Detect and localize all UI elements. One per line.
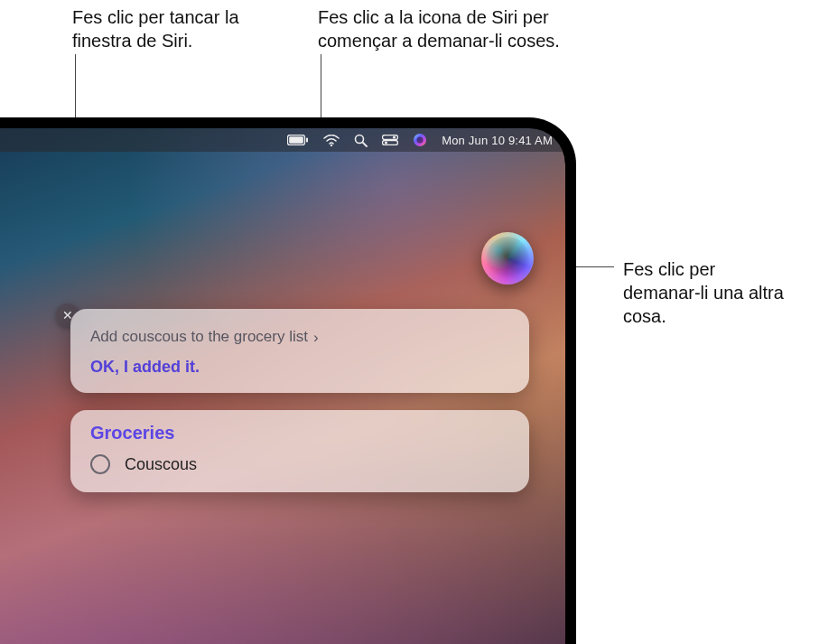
desktop-wallpaper: Mon Jun 10 9:41 AM ✕ Add couscous to the… [0,128,565,644]
control-center-icon[interactable] [382,128,398,152]
chevron-right-icon: › [313,329,319,347]
siri-request-text: Add couscous to the grocery list [90,328,308,346]
siri-request-row[interactable]: Add couscous to the grocery list › [90,327,509,347]
reminder-complete-toggle[interactable] [90,454,110,474]
callout-ask-another: Fes clic per demanar-li una altra cosa. [623,257,795,328]
menubar-datetime[interactable]: Mon Jun 10 9:41 AM [442,128,553,152]
svg-line-5 [363,143,367,146]
siri-response-card: Add couscous to the grocery list › OK, I… [70,309,529,393]
svg-point-7 [393,135,396,138]
svg-rect-2 [306,138,308,143]
reminder-item-text: Couscous [125,455,197,474]
search-icon[interactable] [354,128,368,152]
siri-response-text: OK, I added it. [90,358,509,377]
svg-point-3 [331,144,332,145]
list-item[interactable]: Couscous [90,454,509,474]
svg-point-4 [356,135,364,143]
wifi-icon[interactable] [323,128,340,152]
menubar: Mon Jun 10 9:41 AM [0,128,565,152]
siri-orb-button[interactable] [481,232,534,285]
callout-siri-start: Fes clic a la icona de Siri per començar… [318,5,589,52]
battery-icon[interactable] [287,128,309,152]
siri-icon[interactable] [413,128,427,152]
reminders-list-title: Groceries [90,423,509,443]
device-frame: Mon Jun 10 9:41 AM ✕ Add couscous to the… [0,117,576,644]
svg-rect-1 [289,136,303,144]
callout-close-siri: Fes clic per tancar la finestra de Siri. [72,5,298,52]
reminders-card[interactable]: Groceries Couscous [70,410,529,492]
svg-point-9 [385,141,387,144]
svg-point-11 [417,137,424,144]
